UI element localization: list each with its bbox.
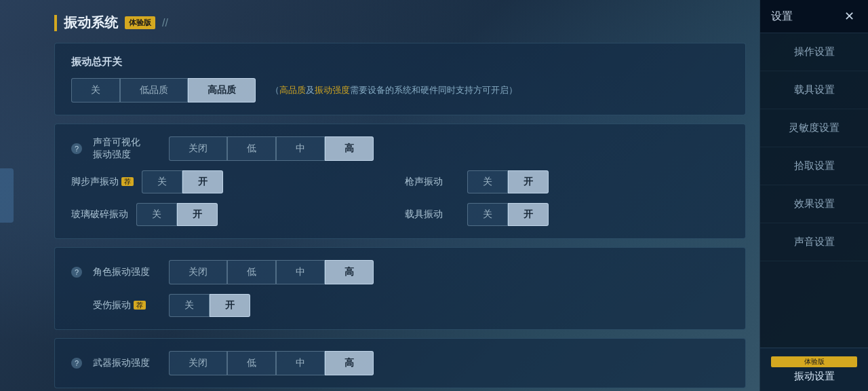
vehicle-vibration-item: 载具振动 关 开 <box>405 203 729 226</box>
gun-vibration-on[interactable]: 开 <box>508 170 549 193</box>
footstep-item: 脚步声振动荐 关 开 <box>71 170 395 193</box>
sound-visual-qmark[interactable]: ? <box>71 143 82 154</box>
sound-visual-row: ? 声音可视化振动强度 关闭 低 中 高 <box>71 136 729 161</box>
footstep-label: 脚步声振动荐 <box>71 176 134 188</box>
injury-vibration-toggle: 关 开 <box>169 294 250 317</box>
character-vibration-label: 角色振动强度 <box>93 266 161 278</box>
sound-visual-off[interactable]: 关闭 <box>169 136 227 161</box>
sidebar-item-vehicle[interactable]: 载具设置 <box>760 71 868 109</box>
sidebar-title: 设置 <box>771 10 793 24</box>
page-title: 振动系统 <box>64 14 118 32</box>
sidebar-item-vibration[interactable]: 体验版 振动设置 <box>760 348 868 391</box>
character-vibration-row: ? 角色振动强度 关闭 低 中 高 <box>71 260 729 284</box>
glass-break-off[interactable]: 关 <box>136 203 177 226</box>
sidebar-active-label: 振动设置 <box>794 370 835 381</box>
weapon-vibration-group: 关闭 低 中 高 <box>169 351 374 375</box>
master-switch-section: 振动总开关 关 低品质 高品质 （高品质及振动强度需要设备的系统和硬件同时支持方… <box>54 43 746 115</box>
injury-vibration-label: 受伤振动荐 <box>93 299 161 312</box>
master-switch-label: 振动总开关 <box>71 56 729 69</box>
weapon-vibration-qmark[interactable]: ? <box>71 358 82 369</box>
sound-visual-group: 关闭 低 中 高 <box>169 136 374 161</box>
footstep-rec-badge: 荐 <box>121 177 134 186</box>
weapon-vibration-section: ? 武器振动强度 关闭 低 中 高 <box>54 338 746 388</box>
char-vib-off[interactable]: 关闭 <box>169 260 227 284</box>
sidebar-item-operations[interactable]: 操作设置 <box>760 33 868 71</box>
sound-visual-mid[interactable]: 中 <box>276 136 325 161</box>
footstep-off[interactable]: 关 <box>142 170 182 193</box>
gun-vibration-label: 枪声振动 <box>405 176 459 188</box>
character-vibration-qmark[interactable]: ? <box>71 267 82 278</box>
gun-vibration-off[interactable]: 关 <box>467 170 508 193</box>
sound-visual-low[interactable]: 低 <box>227 136 276 161</box>
glass-break-item: 玻璃破碎振动 关 开 <box>71 203 395 226</box>
injury-vib-off[interactable]: 关 <box>169 294 210 317</box>
sidebar-item-effects[interactable]: 效果设置 <box>760 185 868 223</box>
vehicle-vibration-off[interactable]: 关 <box>467 203 508 226</box>
glass-break-label: 玻璃破碎振动 <box>71 208 128 221</box>
info-highlight-1: 高品质 <box>279 85 306 95</box>
footstep-toggle: 关 开 <box>142 170 223 193</box>
settings-sidebar: 设置 ✕ 操作设置 载具设置 灵敏度设置 拾取设置 效果设置 声音设置 体验版 … <box>760 0 868 391</box>
sidebar-item-sensitivity[interactable]: 灵敏度设置 <box>760 109 868 147</box>
info-highlight-2: 振动强度 <box>315 85 350 95</box>
vehicle-vibration-on[interactable]: 开 <box>508 203 549 226</box>
master-switch-low[interactable]: 低品质 <box>120 78 188 103</box>
injury-vibration-row: 受伤振动荐 关 开 <box>71 294 729 317</box>
title-divider: // <box>162 17 168 29</box>
left-edge-tab[interactable] <box>0 168 14 223</box>
title-beta-badge: 体验版 <box>125 16 155 29</box>
sidebar-item-sound[interactable]: 声音设置 <box>760 223 868 261</box>
master-switch-off[interactable]: 关 <box>71 78 120 103</box>
char-vib-low[interactable]: 低 <box>227 260 276 284</box>
sound-visual-high[interactable]: 高 <box>325 136 374 161</box>
injury-vib-on[interactable]: 开 <box>210 294 250 317</box>
master-switch-info: （高品质及振动强度需要设备的系统和硬件同时支持方可开启） <box>271 84 517 96</box>
sidebar-header: 设置 ✕ <box>760 0 868 33</box>
vehicle-vibration-label: 载具振动 <box>405 208 459 221</box>
character-vibration-section: ? 角色振动强度 关闭 低 中 高 受伤振动荐 关 开 <box>54 247 746 330</box>
sidebar-beta-badge: 体验版 <box>771 356 857 367</box>
glass-break-on[interactable]: 开 <box>177 203 218 226</box>
close-button[interactable]: ✕ <box>841 8 857 24</box>
master-switch-high[interactable]: 高品质 <box>188 78 256 103</box>
footstep-on[interactable]: 开 <box>182 170 223 193</box>
weapon-vib-off[interactable]: 关闭 <box>169 351 227 375</box>
weapon-vib-low[interactable]: 低 <box>227 351 276 375</box>
injury-rec-badge: 荐 <box>134 301 146 310</box>
vehicle-vibration-toggle: 关 开 <box>467 203 549 226</box>
master-switch-group: 关 低品质 高品质 <box>71 78 256 103</box>
sidebar-items: 操作设置 载具设置 灵敏度设置 拾取设置 效果设置 声音设置 <box>760 33 868 348</box>
footstep-gun-row: 脚步声振动荐 关 开 枪声振动 关 开 <box>71 170 729 193</box>
gun-vibration-toggle: 关 开 <box>467 170 549 193</box>
weapon-vibration-label: 武器振动强度 <box>93 357 161 369</box>
sound-visual-section: ? 声音可视化振动强度 关闭 低 中 高 脚步声振动荐 关 开 枪声振动 <box>54 124 746 239</box>
weapon-vibration-row: ? 武器振动强度 关闭 低 中 高 <box>71 351 729 375</box>
weapon-vib-mid[interactable]: 中 <box>276 351 325 375</box>
weapon-vib-high[interactable]: 高 <box>325 351 374 375</box>
char-vib-high[interactable]: 高 <box>325 260 374 284</box>
character-vibration-group: 关闭 低 中 高 <box>169 260 374 284</box>
page-title-bar: 振动系统 体验版 // <box>54 14 746 32</box>
glass-break-toggle: 关 开 <box>136 203 218 226</box>
char-vib-mid[interactable]: 中 <box>276 260 325 284</box>
title-accent <box>54 15 57 31</box>
glass-vehicle-row: 玻璃破碎振动 关 开 载具振动 关 开 <box>71 203 729 226</box>
main-content: 振动系统 体验版 // 振动总开关 关 低品质 高品质 （高品质及振动强度需要设… <box>41 0 760 391</box>
sound-visual-label: 声音可视化振动强度 <box>93 136 161 161</box>
gun-vibration-item: 枪声振动 关 开 <box>405 170 729 193</box>
sidebar-item-pickup[interactable]: 拾取设置 <box>760 147 868 185</box>
